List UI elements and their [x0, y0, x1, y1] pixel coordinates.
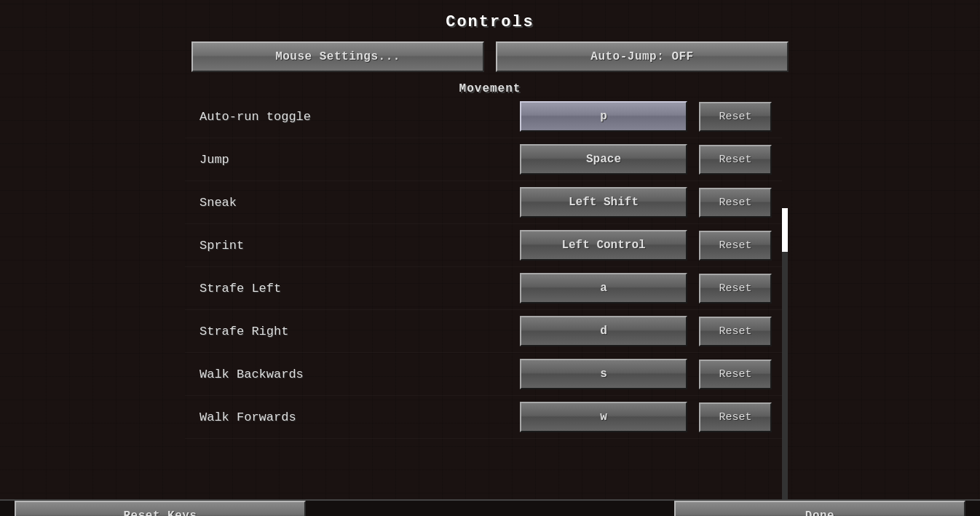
auto-jump-button[interactable]: Auto-Jump: OFF — [496, 41, 789, 72]
control-reset-button[interactable]: Reset — [699, 317, 772, 346]
controls-list: Auto-run togglepResetJumpSpaceResetSneak… — [185, 95, 782, 499]
control-label: Strafe Right — [185, 325, 520, 338]
control-label: Walk Backwards — [185, 368, 520, 381]
control-row: Strafe LeftaReset — [185, 267, 782, 310]
control-label: Sprint — [185, 239, 520, 253]
control-reset-button[interactable]: Reset — [699, 188, 772, 218]
control-label: Auto-run toggle — [185, 110, 520, 124]
control-reset-button[interactable]: Reset — [699, 402, 772, 432]
control-row: Walk BackwardssReset — [185, 353, 782, 396]
control-key-button[interactable]: Space — [520, 144, 687, 175]
control-key-button[interactable]: p — [520, 101, 687, 132]
control-label: Walk Forwards — [185, 410, 520, 424]
control-key-button[interactable]: w — [520, 402, 687, 432]
main-content: Controls Mouse Settings... Auto-Jump: OF… — [0, 0, 980, 499]
scrollbar-thumb[interactable] — [782, 208, 788, 252]
control-row: JumpSpaceReset — [185, 138, 782, 181]
reset-keys-button[interactable]: Reset Keys — [15, 501, 306, 516]
control-reset-button[interactable]: Reset — [699, 145, 772, 175]
controls-scroll-area: Auto-run togglepResetJumpSpaceResetSneak… — [0, 95, 980, 499]
control-reset-button[interactable]: Reset — [699, 360, 772, 389]
control-reset-button[interactable]: Reset — [699, 102, 772, 132]
movement-section-header: Movement — [191, 82, 789, 95]
control-row: Strafe RightdReset — [185, 310, 782, 353]
top-buttons-row: Mouse Settings... Auto-Jump: OFF — [191, 41, 789, 72]
control-label: Strafe Left — [185, 282, 520, 295]
done-button[interactable]: Done — [674, 501, 965, 516]
control-row: SprintLeft ControlReset — [185, 224, 782, 267]
control-key-button[interactable]: s — [520, 359, 687, 389]
control-row: Walk ForwardswReset — [185, 396, 782, 439]
control-key-button[interactable]: d — [520, 316, 687, 346]
scrollbar-track[interactable] — [782, 208, 788, 499]
page-title: Controls — [446, 13, 534, 31]
control-row: Auto-run togglepReset — [185, 95, 782, 138]
bottom-bar: Reset Keys Done Minecraft20.ru — [0, 499, 980, 516]
control-reset-button[interactable]: Reset — [699, 274, 772, 303]
control-key-button[interactable]: Left Control — [520, 230, 687, 261]
control-key-button[interactable]: Left Shift — [520, 187, 687, 218]
section-label-wrapper: Movement — [191, 72, 789, 95]
mouse-settings-button[interactable]: Mouse Settings... — [191, 41, 484, 72]
control-row: SneakLeft ShiftReset — [185, 181, 782, 224]
control-reset-button[interactable]: Reset — [699, 231, 772, 261]
control-key-button[interactable]: a — [520, 273, 687, 303]
control-label: Sneak — [185, 196, 520, 210]
control-label: Jump — [185, 153, 520, 167]
